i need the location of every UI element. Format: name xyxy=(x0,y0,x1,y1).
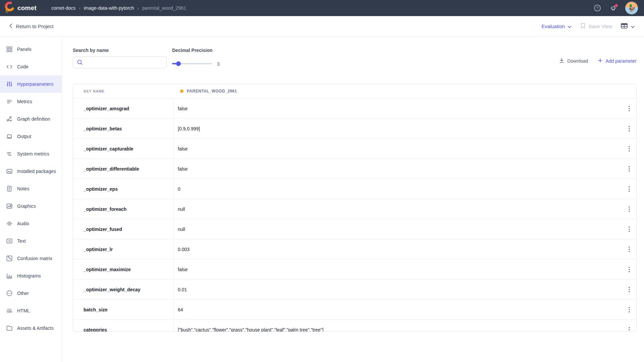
experiment-toolbar: Return to Project Evaluation Save View xyxy=(0,16,644,37)
sidebar-item-panels[interactable]: Panels xyxy=(0,41,62,58)
bookmark-icon xyxy=(580,23,586,30)
row-menu-button[interactable] xyxy=(625,104,634,113)
param-value-cell: null xyxy=(174,199,636,219)
kebab-icon xyxy=(629,327,630,332)
download-icon xyxy=(559,58,564,64)
sidebar-item-text[interactable]: Tt Text xyxy=(0,232,62,250)
search-icon xyxy=(77,59,83,67)
param-value-cell: false xyxy=(174,139,636,159)
return-to-project-button[interactable]: Return to Project xyxy=(9,23,54,29)
param-value: false xyxy=(178,146,188,152)
save-view-button[interactable]: Save View xyxy=(580,23,612,30)
search-label: Search by name xyxy=(73,48,109,53)
sidebar-item-system-metrics[interactable]: System metrics xyxy=(0,145,62,163)
param-value: [0.9,0.999] xyxy=(178,126,200,131)
table-row: batch_size 64 xyxy=(73,300,636,320)
chevron-down-icon xyxy=(568,23,572,29)
param-key: _optimizer_amsgrad xyxy=(73,99,174,118)
kebab-icon xyxy=(629,126,630,132)
sidebar-item-other[interactable]: Other xyxy=(0,285,62,302)
row-menu-button[interactable] xyxy=(625,305,634,314)
comet-logo[interactable]: comet xyxy=(0,2,37,14)
chevron-down-icon xyxy=(631,23,635,29)
search-input[interactable] xyxy=(73,56,167,68)
param-value-cell: 0 xyxy=(174,179,636,199)
decimal-precision-slider[interactable] xyxy=(172,61,212,66)
sidebar-item-label: Graph definition xyxy=(17,116,50,122)
sidebar-item-audio[interactable]: Audio xyxy=(0,215,62,232)
breadcrumb-project[interactable]: image-data-with-pytorch xyxy=(84,5,134,11)
kebab-icon xyxy=(629,186,630,192)
toolbar-right-controls: Evaluation Save View xyxy=(541,23,644,30)
sidebar-item-graphics[interactable]: Graphics xyxy=(0,197,62,215)
param-value-cell: false xyxy=(174,159,636,179)
panels-icon xyxy=(6,46,12,52)
sidebar-item-installed-packages[interactable]: Py Installed packages xyxy=(0,163,62,180)
row-menu-button[interactable] xyxy=(625,144,634,153)
view-dropdown[interactable]: Evaluation xyxy=(541,23,572,29)
sidebar-item-graph-definition[interactable]: Graph definition xyxy=(0,110,62,128)
sidebar-item-hyperparameters[interactable]: Hyperparameters xyxy=(0,75,62,93)
announcement-icon[interactable] xyxy=(609,4,618,12)
sidebar-item-code[interactable]: Code xyxy=(0,58,62,75)
sidebar-item-confusion-matrix[interactable]: Confusion matrix xyxy=(0,250,62,267)
kebab-icon xyxy=(629,106,630,112)
sidebar-item-histograms[interactable]: Histograms xyxy=(0,267,62,285)
row-menu-button[interactable] xyxy=(625,265,634,274)
table-row: _optimizer_weight_decay 0.01 xyxy=(73,280,636,300)
table-row: categories ["bush","cactus","flower","gr… xyxy=(73,320,636,332)
layout-selector[interactable] xyxy=(621,23,635,30)
table-row: _optimizer_foreach null xyxy=(73,199,636,219)
confusion-matrix-icon xyxy=(6,255,12,261)
plus-icon xyxy=(598,58,602,64)
row-menu-button[interactable] xyxy=(625,225,634,234)
sidebar-item-output[interactable]: Output xyxy=(0,128,62,145)
param-value: ["bush","cactus","flower","grass","house… xyxy=(178,327,323,332)
breadcrumb-workspace[interactable]: comet-docs xyxy=(51,5,75,11)
table-row: _optimizer_lr 0.003 xyxy=(73,239,636,259)
breadcrumb: comet-docs › image-data-with-pytorch › p… xyxy=(51,5,186,11)
row-menu-button[interactable] xyxy=(625,205,634,214)
help-icon[interactable]: ? xyxy=(593,4,602,12)
save-view-label: Save View xyxy=(588,23,612,29)
row-menu-button[interactable] xyxy=(625,245,634,254)
param-value-cell: 64 xyxy=(174,300,636,319)
table-actions: Download Add parameter xyxy=(559,58,637,64)
sidebar-item-label: Panels xyxy=(17,47,32,52)
param-value: 0 xyxy=(178,186,180,192)
avatar[interactable]: 🦆 xyxy=(625,2,638,14)
param-value-cell: [0.9,0.999] xyxy=(174,119,636,138)
param-value-cell: ["bush","cactus","flower","grass","house… xyxy=(174,320,636,332)
view-dropdown-value: Evaluation xyxy=(541,23,565,29)
table-row: _optimizer_capturable false xyxy=(73,139,636,159)
param-value: false xyxy=(178,267,188,272)
download-label: Download xyxy=(567,58,588,64)
param-value-cell: false xyxy=(174,99,636,118)
sidebar-item-html[interactable]: HTML HTML xyxy=(0,302,62,319)
sidebar-item-metrics[interactable]: Metrics xyxy=(0,93,62,110)
slider-thumb[interactable] xyxy=(176,61,181,66)
sidebar-item-assets-artifacts[interactable]: Assets & Artifacts xyxy=(0,319,62,337)
row-menu-button[interactable] xyxy=(625,185,634,193)
kebab-icon xyxy=(629,226,630,232)
row-menu-button[interactable] xyxy=(625,325,634,332)
text-icon: Tt xyxy=(6,238,12,244)
row-menu-button[interactable] xyxy=(625,165,634,173)
key-name-header: KEY NAME xyxy=(73,89,174,93)
sidebar-item-label: Audio xyxy=(17,221,29,226)
decimal-precision-label: Decimal Precision xyxy=(172,48,213,53)
param-key: _optimizer_foreach xyxy=(73,199,174,219)
kebab-icon xyxy=(629,146,630,152)
download-button[interactable]: Download xyxy=(559,58,588,64)
other-icon xyxy=(6,290,12,296)
experiment-column-header[interactable]: PARENTAL_WOOD_2961 xyxy=(174,89,636,94)
param-value: false xyxy=(178,166,188,172)
kebab-icon xyxy=(629,287,630,293)
svg-text:HTML: HTML xyxy=(7,310,12,312)
row-menu-button[interactable] xyxy=(625,124,634,133)
param-key: _optimizer_eps xyxy=(73,179,174,199)
add-parameter-button[interactable]: Add parameter xyxy=(598,58,637,64)
sidebar-item-notes[interactable]: Notes xyxy=(0,180,62,197)
kebab-icon xyxy=(629,307,630,313)
row-menu-button[interactable] xyxy=(625,285,634,294)
